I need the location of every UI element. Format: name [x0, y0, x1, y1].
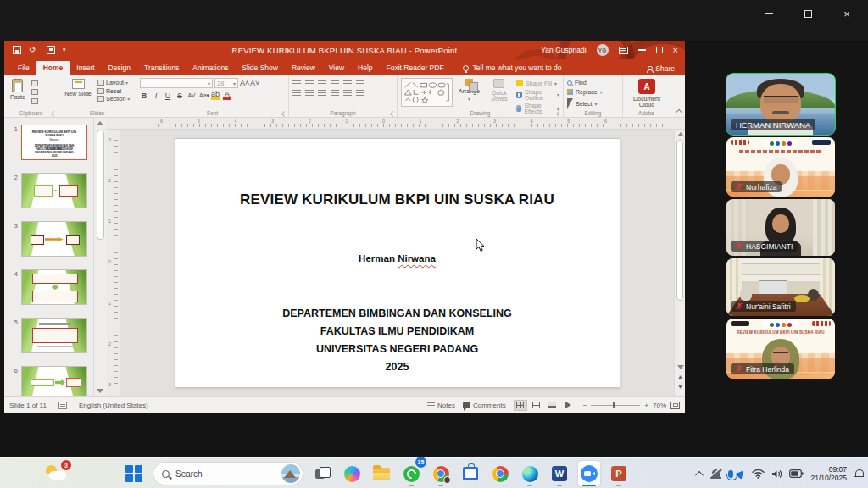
task-view-button[interactable]	[311, 461, 333, 486]
highlight-color-icon[interactable]: ab	[211, 91, 220, 100]
font-color-icon[interactable]: A	[223, 91, 231, 100]
reading-view-button[interactable]	[546, 400, 559, 411]
save-icon[interactable]	[13, 46, 21, 54]
decrease-indent-icon[interactable]	[318, 80, 326, 87]
scroll-down-icon[interactable]	[677, 365, 684, 369]
next-slide-button[interactable]: ▼	[676, 384, 684, 391]
char-spacing-icon[interactable]: AV	[187, 92, 196, 98]
battery-icon[interactable]	[789, 469, 804, 478]
scrollbar-thumb[interactable]	[97, 130, 104, 240]
edge-button[interactable]	[519, 461, 541, 486]
columns-icon[interactable]	[343, 90, 352, 97]
zoom-restore-button[interactable]	[798, 5, 817, 22]
cut-icon[interactable]	[31, 80, 41, 86]
chrome-profile-button[interactable]	[430, 461, 452, 486]
italic-button[interactable]: I	[152, 92, 160, 100]
align-left-icon[interactable]	[292, 90, 301, 97]
font-name-combobox[interactable]: ▾	[140, 78, 213, 88]
reset-button[interactable]: Reset	[97, 88, 130, 94]
select-button[interactable]: Select▾	[567, 98, 603, 109]
notes-button[interactable]: Notes	[427, 402, 455, 409]
tab-transitions[interactable]: Transitions	[137, 61, 186, 75]
zoom-minimize-button[interactable]	[760, 5, 778, 22]
thumbnail-scrollbar[interactable]	[93, 118, 107, 396]
find-button[interactable]: Find	[567, 80, 603, 86]
powerpoint-taskbar-button[interactable]: P	[608, 461, 630, 486]
tab-animations[interactable]: Animations	[186, 61, 235, 75]
weather-widget[interactable]: 3	[44, 463, 70, 484]
scroll-up-icon[interactable]	[677, 132, 684, 136]
word-button[interactable]: W	[548, 461, 570, 486]
shape-outline-button[interactable]: Shape Outline▾	[516, 89, 559, 101]
thumbnail-1[interactable]: 1 REVIEW KURIKULUM BKPI UIN SUSKA RIAU N…	[8, 125, 93, 160]
bold-button[interactable]: B	[140, 92, 148, 100]
increase-indent-icon[interactable]	[331, 80, 339, 87]
collapse-ribbon-icon[interactable]	[676, 109, 682, 116]
strikethrough-button[interactable]: S	[175, 92, 184, 100]
tab-design[interactable]: Design	[102, 61, 137, 75]
thumbnail-2[interactable]: 2 =	[8, 173, 93, 208]
format-painter-icon[interactable]	[31, 97, 41, 104]
line-spacing-icon[interactable]	[343, 80, 352, 87]
text-direction-icon[interactable]	[356, 80, 364, 87]
normal-view-button[interactable]	[514, 400, 527, 411]
notifications-off-icon[interactable]	[710, 469, 721, 480]
copy-icon[interactable]	[31, 89, 41, 96]
undo-icon[interactable]: ↺	[29, 47, 39, 54]
section-button[interactable]: Section▾	[97, 96, 130, 102]
change-case-icon[interactable]: Aa▾	[199, 92, 208, 99]
smartart-icon[interactable]	[356, 90, 364, 97]
slide-1[interactable]: REVIEW KURIKULUM BKPI UIN SUSKA RIAU Her…	[174, 138, 620, 388]
ppt-close-icon[interactable]: ×	[673, 46, 678, 54]
fit-slide-button[interactable]	[670, 402, 680, 409]
volume-icon[interactable]	[771, 469, 782, 479]
shrink-font-icon[interactable]: A˅	[250, 79, 259, 87]
thumbnail-4[interactable]: 4	[8, 269, 93, 305]
thumbnail-6[interactable]: 6	[8, 366, 93, 396]
zoom-slider-thumb[interactable]	[613, 402, 615, 408]
search-box[interactable]: Search	[153, 462, 303, 485]
slide-author[interactable]: Herman Nirwana	[175, 253, 620, 263]
zoom-close-button[interactable]: ×	[837, 5, 856, 22]
previous-slide-button[interactable]: ▲	[676, 374, 684, 381]
scrollbar-thumb[interactable]	[676, 140, 683, 301]
share-button[interactable]: Share	[646, 64, 675, 73]
thumbnail-3[interactable]: 3	[8, 221, 93, 257]
customize-qat-icon[interactable]: ▾	[63, 46, 70, 54]
ppt-minimize-icon[interactable]	[638, 49, 646, 50]
tab-foxit[interactable]: Foxit Reader PDF	[380, 61, 451, 75]
video-tile-herman[interactable]: HERMAN NIRWANA	[726, 74, 835, 135]
slide-institution-block[interactable]: DEPARTEMEN BIMBINGAN DAN KONSELING FAKUL…	[175, 305, 620, 376]
tell-me-box[interactable]: Tell me what you want to do	[463, 64, 562, 75]
privacy-indicators[interactable]	[728, 469, 745, 478]
shape-fill-button[interactable]: Shape Fill▾	[516, 80, 559, 86]
tab-view[interactable]: View	[322, 61, 351, 75]
zoom-percentage[interactable]: 70%	[653, 402, 666, 409]
comments-button[interactable]: Comments	[463, 402, 506, 409]
font-size-combobox[interactable]: 28▾	[214, 78, 238, 88]
tab-home[interactable]: Home	[36, 61, 70, 75]
arrange-button[interactable]: Arrange▾	[456, 78, 482, 103]
tab-help[interactable]: Help	[351, 61, 379, 75]
file-explorer-button[interactable]	[370, 461, 392, 486]
spellcheck-icon[interactable]	[58, 402, 67, 409]
grow-font-icon[interactable]: A˄	[240, 79, 248, 87]
shape-gallery[interactable]	[401, 78, 453, 107]
notification-bell-icon[interactable]	[854, 469, 863, 479]
copilot-button[interactable]	[341, 461, 363, 486]
justify-icon[interactable]	[331, 90, 339, 97]
quick-styles-button[interactable]: Quick Styles	[486, 78, 513, 103]
zoom-slider[interactable]	[591, 405, 640, 406]
bullets-icon[interactable]	[292, 80, 301, 87]
microsoft-store-button[interactable]	[459, 461, 481, 486]
scroll-down-icon[interactable]	[97, 389, 103, 393]
whatsapp-button[interactable]: 35	[400, 461, 422, 486]
start-button[interactable]	[123, 461, 145, 486]
align-right-icon[interactable]	[318, 90, 326, 97]
clock[interactable]: 09:07 21/10/2025	[810, 465, 847, 482]
chrome-button[interactable]	[489, 461, 511, 486]
ppt-restore-icon[interactable]	[656, 47, 663, 53]
thumbnail-5[interactable]: 5	[8, 318, 93, 353]
hidden-icons-chevron[interactable]	[696, 470, 704, 479]
video-tile-nuraini[interactable]: Nur'aini Safitri	[726, 258, 835, 316]
